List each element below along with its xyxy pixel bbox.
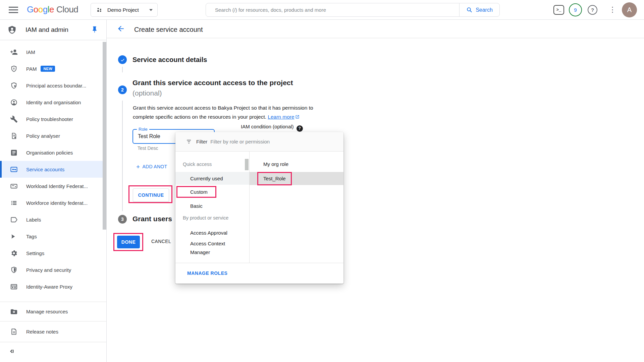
role-option-access-context-manager[interactable]: Access Context Manager (175, 237, 249, 259)
role-option-basic[interactable]: Basic (175, 200, 249, 212)
role-filter-input[interactable] (210, 139, 321, 144)
sidebar-item-label: Service accounts (26, 167, 64, 172)
project-selector[interactable]: Demo Project (91, 3, 158, 17)
sidebar-header: IAM and admin (0, 20, 106, 40)
filter-icon (186, 138, 192, 145)
help-icon[interactable]: ? (588, 5, 597, 15)
divider (107, 38, 644, 38)
done-button[interactable]: DONE (117, 236, 140, 248)
proxy-window-icon (10, 283, 18, 291)
pin-icon[interactable] (91, 26, 98, 33)
role-field-value: Test Role (138, 133, 160, 139)
more-options-icon[interactable]: ⋮ (609, 5, 613, 15)
sidebar-item-policy-troubleshooter[interactable]: Policy troubleshooter (0, 111, 107, 127)
selected-indicator (0, 161, 2, 178)
step2-subtitle: (optional) (132, 89, 162, 97)
sidebar-title: IAM and admin (25, 26, 68, 34)
sidebar-item-label: Release notes (26, 329, 58, 335)
manage-roles-link[interactable]: MANAGE ROLES (187, 270, 227, 276)
google-cloud-logo[interactable]: GoogleCloud (27, 4, 78, 15)
sidebar-item-label: Workload Identity Federat... (26, 183, 88, 189)
document-gear-icon (10, 132, 18, 140)
wrench-icon (10, 115, 18, 123)
list-icon (10, 199, 18, 207)
step3-title: Grant users (132, 215, 172, 223)
step3-number: 3 (118, 215, 127, 224)
role-option-test-role[interactable]: Test_Role (250, 172, 343, 185)
sidebar-item-label: PAM (26, 66, 37, 72)
sidebar-item-labels[interactable]: Labels (0, 211, 107, 228)
search-input-container[interactable] (206, 3, 460, 17)
step1-check-icon (118, 55, 127, 64)
chevron-down-icon (149, 9, 153, 11)
project-selector-label: Demo Project (107, 7, 139, 13)
gear-icon (10, 249, 18, 257)
help-filled-icon[interactable]: ? (297, 125, 303, 132)
page-title: Create service account (134, 26, 203, 34)
sidebar-item-label: Organisation policies (26, 150, 73, 156)
add-another-role-button[interactable]: +ADD ANOT (136, 163, 167, 171)
description-line1: Grant this service account access to Bak… (133, 103, 313, 112)
sidebar-item-principal-access-boundary[interactable]: Principal access boundar... (0, 77, 107, 94)
role-option-custom[interactable]: Custom (175, 186, 249, 198)
iam-condition-label: IAM condition (optional)? (241, 124, 303, 132)
sidebar-item-label: Identity and organisation (26, 100, 81, 105)
role-field-helper: Test Desc (138, 145, 158, 151)
collapse-sidebar-icon[interactable] (8, 348, 15, 355)
step1-title: Service account details (132, 56, 207, 64)
sidebar-item-manage-resources[interactable]: Manage resources (0, 302, 107, 321)
sidebar-item-identity-aware-proxy[interactable]: Identity-Aware Proxy (0, 278, 107, 295)
search-icon (466, 7, 473, 13)
sidebar-item-service-accounts[interactable]: Service accounts (0, 161, 103, 178)
sidebar-scrollbar[interactable] (103, 42, 106, 230)
shield-key-icon (10, 65, 18, 73)
my-org-role-header[interactable]: My org role (263, 161, 288, 167)
article-icon (10, 149, 18, 157)
sidebar-item-organisation-policies[interactable]: Organisation policies (0, 144, 107, 161)
filter-label: Filter (196, 139, 207, 144)
search-button-label: Search (476, 7, 493, 13)
search-button[interactable]: Search (459, 3, 500, 17)
column-divider (249, 152, 250, 263)
sidebar-item-label: Labels (26, 217, 41, 223)
top-app-bar: GoogleCloud Demo Project Search >_ 9 ? ⋮… (0, 0, 644, 20)
step-connector (122, 67, 123, 72)
sidebar-item-workforce-identity-federation[interactable]: Workforce identity federat... (0, 194, 107, 211)
sidebar: IAM and admin IAM PAM NEW Principal acce… (0, 20, 107, 362)
tag-arrow-icon (10, 233, 18, 240)
external-link-icon (295, 113, 300, 122)
sidebar-item-workload-identity-federation[interactable]: Workload Identity Federat... (0, 178, 107, 194)
sidebar-item-identity-organisation[interactable]: Identity and organisation (0, 94, 107, 111)
learn-more-link[interactable]: Learn more (268, 114, 294, 120)
sidebar-item-pam[interactable]: PAM NEW (0, 60, 107, 77)
card-icon (10, 182, 18, 190)
sidebar-item-label: Workforce identity federat... (26, 200, 88, 206)
label-tag-icon (10, 216, 18, 224)
cancel-button[interactable]: CANCEL (151, 239, 171, 244)
sidebar-item-release-notes[interactable]: Release notes (0, 321, 107, 342)
sidebar-item-label: Tags (26, 234, 37, 239)
sidebar-item-privacy-security[interactable]: Privacy and security (0, 261, 107, 278)
sidebar-item-policy-analyser[interactable]: Policy analyser (0, 127, 107, 144)
hamburger-menu-icon[interactable] (9, 7, 18, 13)
avatar[interactable]: A (622, 2, 637, 17)
back-arrow-icon[interactable] (117, 24, 125, 33)
search-input[interactable] (215, 7, 447, 13)
cloud-shell-icon[interactable]: >_ (553, 5, 564, 15)
role-field-label: Role (137, 127, 149, 132)
step2-title: Grant this service account access to the… (132, 79, 293, 87)
sidebar-item-label: Identity-Aware Proxy (26, 284, 72, 290)
description-line2: complete specific actions on the resourc… (133, 112, 313, 122)
notifications-badge[interactable]: 9 (569, 3, 582, 16)
continue-button[interactable]: CONTINUE (133, 188, 169, 202)
role-option-access-approval[interactable]: Access Approval (175, 227, 249, 239)
sidebar-item-settings[interactable]: Settings (0, 245, 107, 261)
divider (0, 342, 107, 342)
quick-access-header: Quick access (183, 162, 212, 167)
sidebar-item-iam[interactable]: IAM (0, 44, 107, 60)
role-option-currently-used[interactable]: Currently used (175, 172, 249, 185)
sidebar-item-label: Settings (26, 250, 44, 256)
dropdown-scrollbar[interactable] (245, 159, 249, 170)
sidebar-item-tags[interactable]: Tags (0, 228, 107, 245)
step2-description: Grant this service account access to Bak… (133, 103, 313, 122)
